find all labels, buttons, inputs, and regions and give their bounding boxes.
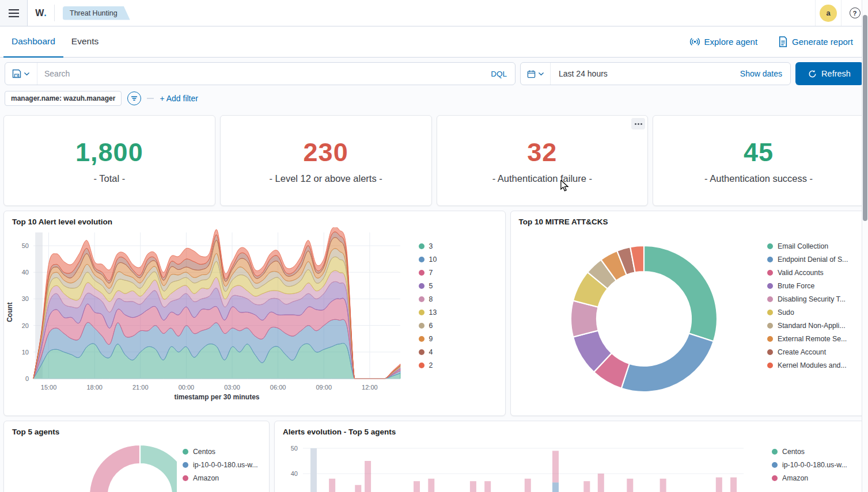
- legend-item-centos[interactable]: Centos: [772, 448, 864, 456]
- legend-item-ip-10-0-0-180-us-w[interactable]: ip-10-0-0-180.us-w...: [772, 461, 864, 469]
- panel-options-button[interactable]: [631, 118, 645, 129]
- legend-label: 10: [429, 255, 437, 264]
- stat-label: - Level 12 or above alerts -: [269, 173, 382, 184]
- legend-label: Endpoint Denial of S...: [778, 255, 848, 264]
- legend-label: Email Collection: [778, 242, 828, 250]
- stat-card-auth-failure: 32 - Authentication failure -: [437, 115, 649, 206]
- top5-agents-panel: Top 5 agents Centosip-10-0-0-180.us-w...…: [3, 421, 270, 492]
- legend-item-amazon[interactable]: Amazon: [183, 474, 269, 482]
- legend-label: Sudo: [778, 308, 794, 316]
- svg-text:40: 40: [22, 269, 29, 276]
- legend-item-8[interactable]: 8: [419, 295, 505, 303]
- area-chart-canvas[interactable]: 0102030405015:0018:0021:0000:0003:0006:0…: [4, 227, 419, 403]
- legend-item-2[interactable]: 2: [419, 361, 505, 369]
- stat-label: - Authentication failure -: [492, 173, 592, 184]
- report-icon: [778, 36, 788, 47]
- legend-label: 9: [429, 335, 433, 343]
- refresh-button[interactable]: Refresh: [795, 62, 863, 85]
- filter-pill[interactable]: manager.name: wazuh.manager: [5, 91, 122, 106]
- legend-dot: [419, 323, 424, 329]
- generate-report-label: Generate report: [792, 37, 853, 47]
- explore-agent-link[interactable]: Explore agent: [689, 36, 758, 47]
- legend-label: Amazon: [193, 474, 219, 482]
- svg-text:Count: Count: [6, 302, 14, 322]
- search-input[interactable]: [37, 69, 483, 78]
- legend-label: Brute Force: [778, 282, 814, 290]
- legend-dot: [767, 270, 773, 276]
- legend-dot: [183, 449, 188, 455]
- mitre-donut-canvas[interactable]: [511, 227, 767, 403]
- bars-chart-canvas[interactable]: 5040: [275, 437, 772, 492]
- legend-label: Kernel Modules and...: [778, 361, 847, 369]
- tab-dashboard[interactable]: Dashboard: [3, 26, 63, 58]
- legend-dot: [183, 475, 188, 481]
- filter-bar: manager.name: wazuh.manager + Add filter: [5, 91, 863, 106]
- svg-text:50: 50: [22, 242, 29, 249]
- query-language-button[interactable]: DQL: [483, 70, 515, 78]
- filter-separator: [147, 98, 154, 99]
- svg-text:18:00: 18:00: [86, 384, 103, 391]
- svg-text:0: 0: [25, 375, 29, 382]
- alert-level-evolution-panel: Top 10 Alert level evolution 01020304050…: [3, 211, 506, 416]
- legend-item-email-collection[interactable]: Email Collection: [767, 242, 864, 250]
- legend-item-brute-force[interactable]: Brute Force: [767, 282, 864, 290]
- legend-dot: [767, 257, 773, 262]
- legend-dot: [767, 323, 773, 329]
- legend-dot: [183, 462, 188, 468]
- dashboard-content: 1,800 - Total - 230 - Level 12 or above …: [0, 110, 868, 492]
- legend-item-sudo[interactable]: Sudo: [767, 308, 864, 316]
- legend-item-13[interactable]: 13: [419, 308, 505, 316]
- saved-query-button[interactable]: [5, 63, 37, 85]
- wazuh-logo[interactable]: W.: [28, 0, 54, 26]
- legend-dot: [767, 243, 773, 249]
- legend-item-ip-10-0-0-180-us-w[interactable]: ip-10-0-0-180.us-w...: [183, 461, 269, 469]
- logo-text: W: [35, 8, 44, 18]
- scrollbar: [862, 0, 868, 492]
- stat-card-auth-success: 45 - Authentication success -: [653, 115, 865, 206]
- legend-item-4[interactable]: 4: [419, 348, 505, 356]
- legend-item-5[interactable]: 5: [419, 282, 505, 290]
- time-range-value[interactable]: Last 24 hours: [551, 69, 732, 78]
- user-menu-button[interactable]: a: [815, 0, 842, 26]
- legend-item-10[interactable]: 10: [419, 255, 505, 264]
- legend-item-9[interactable]: 9: [419, 335, 505, 343]
- date-quick-select-button[interactable]: [521, 63, 551, 85]
- svg-text:06:00: 06:00: [270, 384, 286, 391]
- header-divider: [54, 5, 55, 21]
- legend-item-valid-accounts[interactable]: Valid Accounts: [767, 269, 864, 277]
- filter-options-button[interactable]: [127, 91, 141, 105]
- calendar-icon: [527, 70, 536, 78]
- legend-dot: [419, 257, 424, 262]
- legend-item-6[interactable]: 6: [419, 322, 505, 330]
- svg-text:40: 40: [291, 470, 298, 477]
- legend-item-disabling-security-t[interactable]: Disabling Security T...: [767, 295, 864, 303]
- add-filter-button[interactable]: + Add filter: [160, 94, 198, 103]
- legend-item-7[interactable]: 7: [419, 269, 505, 277]
- breadcrumb[interactable]: Threat Hunting: [63, 6, 130, 20]
- legend-item-standard-non-appli[interactable]: Standard Non-Appli...: [767, 322, 864, 330]
- legend-item-create-account[interactable]: Create Account: [767, 348, 864, 356]
- tab-events[interactable]: Events: [63, 26, 107, 58]
- legend-item-centos[interactable]: Centos: [183, 448, 269, 456]
- search-bar: DQL: [5, 62, 516, 85]
- legend-dot: [772, 449, 778, 455]
- legend-label: 4: [429, 348, 433, 356]
- legend-item-external-remote-se[interactable]: External Remote Se...: [767, 335, 864, 343]
- mitre-legend: Email CollectionEndpoint Denial of S...V…: [767, 227, 864, 403]
- legend-item-3[interactable]: 3: [419, 242, 505, 250]
- legend-label: Disabling Security T...: [778, 295, 846, 303]
- menu-button[interactable]: [0, 0, 28, 26]
- legend-label: 3: [429, 242, 433, 250]
- generate-report-link[interactable]: Generate report: [778, 36, 853, 47]
- scrollbar-thumb[interactable]: [863, 15, 867, 221]
- agents-donut-canvas[interactable]: [4, 437, 183, 492]
- svg-text:21:00: 21:00: [132, 384, 149, 391]
- svg-text:15:00: 15:00: [41, 384, 57, 391]
- legend-item-amazon[interactable]: Amazon: [772, 474, 864, 482]
- show-dates-button[interactable]: Show dates: [732, 69, 790, 78]
- panel-title: Alerts evolution - Top 5 agents: [275, 421, 864, 437]
- tab-bar: Dashboard Events Explore agent Generate …: [0, 26, 868, 58]
- legend-item-endpoint-denial-of-s[interactable]: Endpoint Denial of S...: [767, 255, 864, 264]
- legend-label: ip-10-0-0-180.us-w...: [782, 461, 847, 469]
- legend-item-kernel-modules-and[interactable]: Kernel Modules and...: [767, 361, 864, 369]
